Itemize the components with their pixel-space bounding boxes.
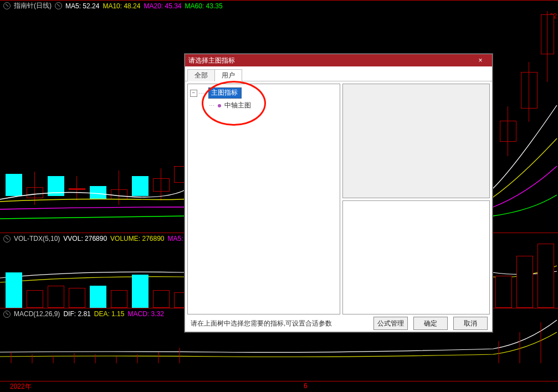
vvol-label: VVOL: 276890 [63, 235, 107, 243]
ma60-label: MA60: 43.35 [185, 2, 223, 10]
ma10-label: MA10: 48.24 [103, 2, 140, 10]
tree-child-label: 中轴主图 [224, 101, 251, 110]
dialog-footer: 请在上面树中选择您需要的指标,可设置合适参数 公式管理 确定 取消 [185, 317, 492, 333]
dif-label: DIF: 2.81 [63, 310, 90, 318]
ma20-label: MA20: 45.34 [144, 2, 181, 10]
main-chart-header: 指南针(日线) MA5: 52.24 MA10: 48.24 MA20: 45.… [3, 1, 223, 11]
macd-value-label: MACD: 3.32 [127, 310, 163, 318]
indicator-tree: − ⋯∘ 主图指标 ⋯ 中轴主图 [188, 84, 340, 114]
ma5-label: MA5: 52.24 [65, 2, 99, 10]
tab-all[interactable]: 全部 [187, 69, 215, 81]
volume-label: VOLUME: 276890 [110, 235, 164, 243]
dialog-body: − ⋯∘ 主图指标 ⋯ 中轴主图 [185, 81, 492, 317]
close-button[interactable]: × [469, 54, 492, 66]
dialog-right-column [342, 84, 490, 314]
grid-line [0, 0, 558, 1]
chart-marker-icon [55, 2, 62, 9]
macd-header: MACD(12,26,9) DIF: 2.81 DEA: 1.15 MACD: … [3, 310, 164, 318]
footer-hint: 请在上面树中选择您需要的指标,可设置合适参数 [191, 319, 332, 328]
tree-root-row[interactable]: − ⋯∘ 主图指标 [190, 87, 337, 99]
close-icon: × [478, 56, 482, 64]
vol-indicator: VOL-TDX(5,10) [14, 235, 60, 243]
select-main-indicator-dialog: 请选择主图指标 × 全部 用户 − ⋯∘ 主图指标 ⋯ 中轴主图 [185, 54, 493, 332]
x-axis-year: 2022年 [10, 382, 32, 391]
chart-marker-icon [3, 2, 11, 9]
chart-marker-icon [3, 311, 11, 318]
grid-line [0, 381, 558, 381]
dialog-tabs: 全部 用户 [185, 66, 492, 81]
tree-collapse-icon[interactable]: − [190, 90, 197, 97]
dea-label: DEA: 1.15 [94, 310, 125, 318]
dialog-title-text: 请选择主图指标 [188, 56, 235, 65]
tree-root-label[interactable]: 主图指标 [208, 87, 242, 99]
cancel-button[interactable]: 取消 [453, 317, 488, 330]
tab-user[interactable]: 用户 [214, 69, 242, 81]
macd-indicator: MACD(12,26,9) [14, 310, 60, 318]
ok-button[interactable]: 确定 [413, 317, 448, 330]
indicator-preview-pane [342, 84, 490, 198]
chart-marker-icon [3, 235, 11, 243]
dialog-titlebar[interactable]: 请选择主图指标 × [185, 54, 492, 66]
volume-header: VOL-TDX(5,10) VVOL: 276890 VOLUME: 27689… [3, 235, 192, 243]
indicator-tree-pane[interactable]: − ⋯∘ 主图指标 ⋯ 中轴主图 [187, 84, 340, 314]
formula-manage-button[interactable]: 公式管理 [373, 317, 408, 330]
x-axis-month: 6 [304, 382, 308, 390]
tree-child-row[interactable]: ⋯ 中轴主图 [209, 101, 337, 110]
chart-title: 指南针(日线) [14, 1, 52, 11]
tree-item-icon [217, 103, 222, 109]
indicator-params-pane [342, 200, 490, 315]
